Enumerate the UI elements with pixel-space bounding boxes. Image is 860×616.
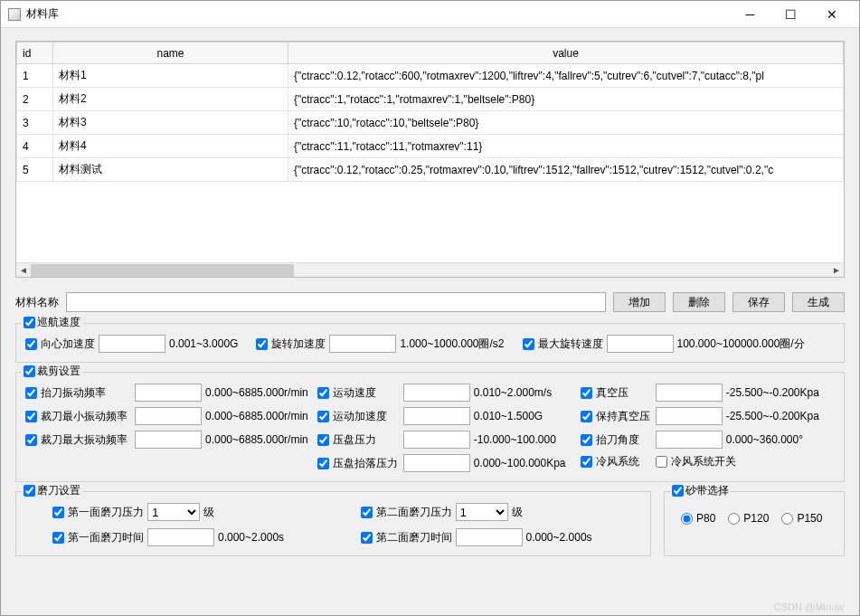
cold-air-switch-checkbox[interactable] [656, 456, 667, 468]
p1-time-checkbox[interactable] [52, 532, 64, 544]
p1-press-checkbox[interactable] [52, 507, 64, 518]
p1-press-select[interactable]: 1 [147, 503, 200, 521]
belt-p150-label: P150 [797, 512, 822, 525]
delete-button[interactable]: 删除 [673, 292, 725, 312]
scroll-thumb[interactable] [31, 264, 294, 277]
lift-angle-range: 0.000~360.000° [726, 433, 803, 446]
concentric-acc-checkbox[interactable] [25, 338, 37, 350]
scroll-left-icon[interactable]: ◄ [16, 263, 31, 278]
vacuum-input[interactable] [656, 384, 723, 402]
hold-vacuum-checkbox[interactable] [581, 411, 592, 422]
rot-acc-checkbox[interactable] [256, 338, 268, 350]
cell-name[interactable]: 材料4 [53, 135, 288, 158]
cruise-checkbox[interactable] [24, 317, 35, 328]
scroll-track[interactable] [31, 264, 829, 277]
table-row[interactable]: 3材料3{"ctracc":10,"rotacc":10,"beltsele":… [17, 111, 844, 135]
lift-freq-input[interactable] [135, 384, 202, 402]
add-button[interactable]: 增加 [613, 292, 666, 312]
platen-lift-press-input[interactable] [403, 454, 470, 472]
header-value[interactable]: value [288, 43, 844, 64]
belt-checkbox[interactable] [672, 485, 684, 497]
belt-p80-radio[interactable] [681, 513, 693, 525]
min-freq-label: 裁刀最小振动频率 [41, 409, 131, 424]
cell-value[interactable]: {"ctracc":0.12,"rotacc":600,"rotmaxrev":… [288, 64, 844, 88]
move-speed-checkbox[interactable] [317, 387, 329, 399]
platen-press-input[interactable] [403, 431, 470, 449]
window: 材料库 ─ ☐ ✕ id name value 1材料1{"ctracc":0.… [0, 0, 860, 616]
belt-p150-radio[interactable] [781, 513, 793, 525]
concentric-acc-input[interactable] [99, 335, 165, 353]
max-freq-checkbox[interactable] [25, 434, 37, 446]
belt-p120-option[interactable]: P120 [728, 512, 769, 525]
p1-press-unit: 级 [203, 505, 214, 520]
rot-acc-input[interactable] [329, 335, 396, 353]
hold-vacuum-range: -25.500~-0.200Kpa [726, 410, 819, 422]
lift-angle-input[interactable] [656, 431, 723, 449]
move-acc-checkbox[interactable] [317, 411, 329, 422]
cell-value[interactable]: {"ctracc":10,"rotacc":10,"beltsele":P80} [288, 111, 844, 135]
cell-name[interactable]: 材料3 [53, 111, 288, 135]
max-rot-input[interactable] [607, 335, 674, 353]
app-icon [8, 8, 21, 21]
platen-lift-press-checkbox[interactable] [317, 458, 329, 469]
table-row[interactable]: 5材料测试{"ctracc":0.12,"rotacc":0.25,"rotma… [17, 158, 844, 182]
min-freq-input[interactable] [135, 407, 202, 425]
belt-title-text: 砂带选择 [685, 483, 729, 498]
material-name-input[interactable] [66, 292, 606, 312]
header-name[interactable]: name [53, 43, 288, 64]
cell-id[interactable]: 4 [17, 135, 53, 158]
cell-name[interactable]: 材料测试 [53, 158, 288, 182]
cell-id[interactable]: 1 [17, 64, 53, 88]
p1-time-input[interactable] [147, 528, 214, 546]
close-button[interactable]: ✕ [811, 2, 852, 27]
platen-press-range: -10.000~100.000 [474, 433, 572, 446]
group-cut: 裁剪设置 抬刀振动频率 0.000~6885.000r/min 裁刀最小振动频率… [15, 372, 845, 482]
vacuum-checkbox[interactable] [581, 387, 592, 399]
max-freq-input[interactable] [135, 431, 202, 449]
p2-time-checkbox[interactable] [361, 532, 373, 544]
lift-freq-label: 抬刀振动频率 [41, 385, 131, 401]
cold-air-checkbox[interactable] [581, 456, 592, 468]
cut-checkbox[interactable] [24, 365, 35, 377]
hold-vacuum-input[interactable] [656, 407, 723, 425]
p2-time-input[interactable] [456, 528, 523, 546]
generate-button[interactable]: 生成 [792, 292, 845, 312]
platen-press-checkbox[interactable] [317, 434, 329, 446]
p2-press-checkbox[interactable] [361, 507, 373, 518]
cut-title-text: 裁剪设置 [37, 364, 80, 379]
cell-name[interactable]: 材料1 [53, 64, 288, 88]
knife-checkbox[interactable] [24, 485, 35, 497]
save-button[interactable]: 保存 [732, 292, 785, 312]
p2-press-unit: 级 [512, 505, 523, 520]
lift-freq-checkbox[interactable] [25, 387, 37, 399]
table-row[interactable]: 1材料1{"ctracc":0.12,"rotacc":600,"rotmaxr… [17, 64, 844, 88]
scroll-right-icon[interactable]: ► [829, 263, 844, 278]
cell-id[interactable]: 3 [17, 111, 53, 135]
cell-name[interactable]: 材料2 [53, 88, 288, 111]
belt-p120-radio[interactable] [728, 513, 740, 525]
min-freq-checkbox[interactable] [25, 411, 37, 422]
cell-value[interactable]: {"ctracc":11,"rotacc":11,"rotmaxrev":11} [288, 135, 844, 158]
belt-p150-option[interactable]: P150 [781, 512, 822, 525]
maximize-button[interactable]: ☐ [770, 2, 811, 27]
move-speed-input[interactable] [403, 384, 470, 402]
lift-angle-checkbox[interactable] [581, 434, 592, 446]
cell-value[interactable]: {"ctracc":0.12,"rotacc":0.25,"rotmaxrev"… [288, 158, 844, 182]
window-title: 材料库 [26, 6, 730, 22]
name-row: 材料名称 增加 删除 保存 生成 [15, 292, 845, 312]
lift-angle-label: 抬刀角度 [596, 432, 652, 448]
header-id[interactable]: id [17, 43, 53, 64]
p2-press-select[interactable]: 1 [456, 503, 508, 521]
cell-id[interactable]: 5 [17, 158, 53, 182]
cell-value[interactable]: {"ctracc":1,"rotacc":1,"rotmaxrev":1,"be… [288, 88, 844, 111]
move-acc-input[interactable] [403, 407, 470, 425]
table-row[interactable]: 4材料4{"ctracc":11,"rotacc":11,"rotmaxrev"… [17, 135, 844, 158]
horizontal-scrollbar[interactable]: ◄ ► [16, 262, 844, 277]
rot-acc-range: 1.000~1000.000圈/s2 [400, 336, 504, 352]
cell-id[interactable]: 2 [17, 88, 53, 111]
table-row[interactable]: 2材料2{"ctracc":1,"rotacc":1,"rotmaxrev":1… [17, 88, 844, 111]
minimize-button[interactable]: ─ [730, 2, 770, 27]
belt-p80-option[interactable]: P80 [681, 512, 715, 525]
max-rot-checkbox[interactable] [523, 338, 534, 350]
vacuum-label: 真空压 [596, 385, 652, 401]
